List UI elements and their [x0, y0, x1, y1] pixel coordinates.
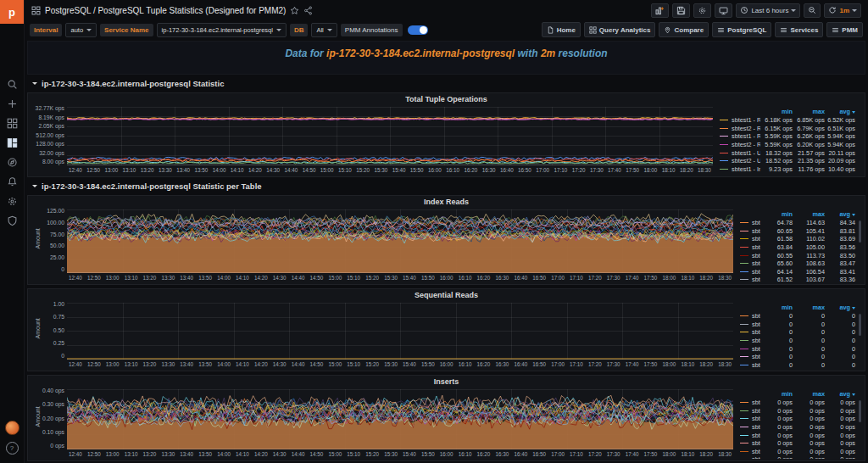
x-axis-tick: 15:10: [347, 361, 360, 369]
legend-series-name[interactable]: sbtest2 - Returns: [720, 125, 760, 132]
legend-avg-header[interactable]: avg: [826, 210, 855, 218]
legend-min-header[interactable]: min: [762, 390, 793, 398]
legend-series-name[interactable]: sbtest2 - sbtest45: [740, 353, 760, 360]
legend-series-name[interactable]: sbtest1 - sbtest32: [740, 455, 760, 459]
panel-add-button[interactable]: [651, 3, 669, 18]
panels-icon[interactable]: [0, 133, 24, 153]
legend-series-name[interactable]: sbtest2 - sbtest1: [740, 259, 760, 267]
legend-series-name[interactable]: sbtest2 - sbtest2: [740, 219, 760, 226]
nav-pmm-button[interactable]: PMM: [826, 22, 863, 37]
legend-series-name[interactable]: sbtest1 - sbtest6: [740, 268, 760, 276]
legend-series-name[interactable]: sbtest2 - sbtest3: [740, 407, 760, 415]
legend-max-header[interactable]: max: [794, 390, 825, 398]
service-name-select[interactable]: ip-172-30-3-184.ec2.internal-postgresql: [157, 23, 287, 37]
panel-title[interactable]: Inserts: [28, 376, 865, 388]
legend-series-name[interactable]: sbtest2 - sbtest28: [740, 276, 760, 282]
legend-series-name[interactable]: sbtest2 - Updates: [720, 157, 760, 165]
legend-series-name[interactable]: sbtest1 - sbtest36: [740, 399, 760, 406]
legend-series-name[interactable]: sbtest1 - sbtest42: [740, 448, 760, 455]
panel-title[interactable]: Sequential Reads: [28, 289, 865, 301]
legend-avg-header[interactable]: avg: [826, 304, 855, 311]
legend-series-name[interactable]: sbtest1 - sbtest37: [740, 439, 760, 447]
legend-min-header[interactable]: min: [762, 304, 793, 311]
security-shield-icon[interactable]: [0, 211, 24, 231]
chart-plot-area[interactable]: 12:4012:5013:0013:1013:2013:3013:4013:50…: [67, 106, 713, 175]
y-axis-label: Amount: [35, 406, 41, 427]
panel-title[interactable]: Index Reads: [28, 196, 865, 208]
legend-min-value: 0: [762, 353, 793, 360]
db-select[interactable]: All: [311, 23, 337, 37]
cycle-view-tv-button[interactable]: [715, 3, 732, 18]
dashboard-settings-button[interactable]: [693, 3, 711, 18]
legend-avg-header[interactable]: avg: [826, 390, 855, 398]
chevron-down-icon: [852, 9, 857, 12]
legend-series-name[interactable]: sbtest2 - sbtest45: [740, 423, 760, 431]
legend-series-name[interactable]: sbtest1 - sbtest19: [740, 415, 760, 422]
legend-max-header[interactable]: max: [794, 304, 825, 311]
save-dashboard-button[interactable]: [672, 3, 690, 18]
legend-series-name[interactable]: sbtest1 - Reads: [720, 132, 760, 140]
legend-max-header[interactable]: max: [794, 210, 825, 218]
row-header-statistic[interactable]: ip-172-30-3-184.ec2.internal-postgresql …: [27, 78, 865, 89]
legend-series-name[interactable]: sbtest1 - Returns: [720, 116, 760, 124]
settings-gear-icon[interactable]: [0, 192, 24, 211]
legend-scrollbar[interactable]: [859, 400, 861, 422]
legend-header: min max avg: [740, 389, 855, 399]
legend-series-name[interactable]: sbtest2 - sbtest48: [740, 328, 760, 336]
row-header-statistic-per-table[interactable]: ip-172-30-3-184.ec2.internal-postgresql …: [27, 181, 865, 192]
legend-series-name[interactable]: sbtest2 - Reads: [720, 141, 760, 148]
x-axis-tick: 14:20: [254, 451, 268, 459]
pmm-annotations-toggle[interactable]: [408, 25, 428, 35]
percona-logo[interactable]: p: [0, 0, 24, 24]
dashboards-icon[interactable]: [0, 114, 24, 133]
x-axis-tick: 14:50: [310, 275, 324, 282]
chart-plot-area[interactable]: 12:4012:5013:0013:1013:2013:3013:4013:50…: [67, 209, 733, 282]
x-axis-tick: 18:10: [681, 361, 694, 369]
nav-services-button[interactable]: Services: [775, 22, 823, 37]
legend-min-value: 0 ops: [762, 399, 793, 406]
chart-plot-area[interactable]: 12:4012:5013:0013:1013:2013:3013:4013:50…: [67, 388, 733, 459]
legend-series-name[interactable]: sbtest1 - sbtest13: [740, 227, 760, 235]
legend-series-name[interactable]: sbtest2 - sbtest44: [740, 361, 760, 369]
legend-series-name[interactable]: sbtest2 - sbtest41: [740, 432, 760, 439]
interval-select[interactable]: auto: [65, 23, 97, 37]
legend-series-name[interactable]: sbtest2 - sbtest46: [740, 345, 760, 353]
nav-query-analytics-button[interactable]: Query Analytics: [584, 22, 656, 37]
alerting-bell-icon[interactable]: [0, 172, 24, 192]
legend-series-name[interactable]: sbtest1 - sbtest45: [740, 252, 760, 259]
legend-series-name[interactable]: sbtest1 - Deletes: [720, 173, 760, 175]
legend-avg-value: 0 ops: [826, 448, 855, 455]
legend-min-value: 0 ops: [762, 423, 793, 431]
x-axis-tick: 18:30: [698, 167, 711, 175]
legend-series-name[interactable]: sbtest2 - sbtest35: [740, 243, 760, 251]
legend-scrollbar[interactable]: [859, 314, 861, 336]
nav-home-button[interactable]: Home: [542, 22, 581, 37]
legend-series-name[interactable]: sbtest2 - sbtest49: [740, 321, 760, 328]
nav-compare-button[interactable]: Compare: [659, 22, 709, 37]
share-icon[interactable]: [303, 6, 313, 15]
user-avatar[interactable]: [5, 421, 19, 435]
legend-min-header[interactable]: min: [762, 210, 793, 218]
help-icon[interactable]: ?: [6, 442, 19, 455]
legend-max-header[interactable]: max: [794, 108, 825, 115]
add-icon[interactable]: [0, 94, 24, 114]
star-icon[interactable]: [290, 6, 299, 15]
sort-caret-icon: [852, 214, 855, 216]
legend-min-header[interactable]: min: [762, 108, 793, 115]
legend-series-name[interactable]: sbtest1 - Inserts: [720, 165, 760, 173]
refresh-button[interactable]: 1m: [824, 3, 861, 18]
nav-postgresql-button[interactable]: PostgreSQL: [712, 22, 771, 37]
chart-plot-area[interactable]: 12:4012:5013:0013:1013:2013:3013:4013:50…: [67, 302, 733, 369]
legend-series-color: [720, 153, 728, 153]
panel-title[interactable]: Total Tuple Operations: [28, 93, 865, 105]
legend-series-name[interactable]: sbtest1 - sbtest36: [740, 235, 760, 243]
legend-series-name[interactable]: sbtest1 - Updates: [720, 149, 760, 157]
legend-avg-header[interactable]: avg: [826, 108, 855, 115]
zoom-out-button[interactable]: [804, 3, 821, 18]
legend-scrollbar[interactable]: [859, 220, 861, 243]
time-range-picker[interactable]: Last 6 hours: [736, 3, 800, 18]
search-icon[interactable]: [0, 75, 24, 94]
legend-series-name[interactable]: sbtest2 - sbtest47: [740, 337, 760, 344]
legend-series-name[interactable]: sbtest2 - sbtest50: [740, 312, 760, 320]
explore-compass-icon[interactable]: [0, 153, 24, 172]
